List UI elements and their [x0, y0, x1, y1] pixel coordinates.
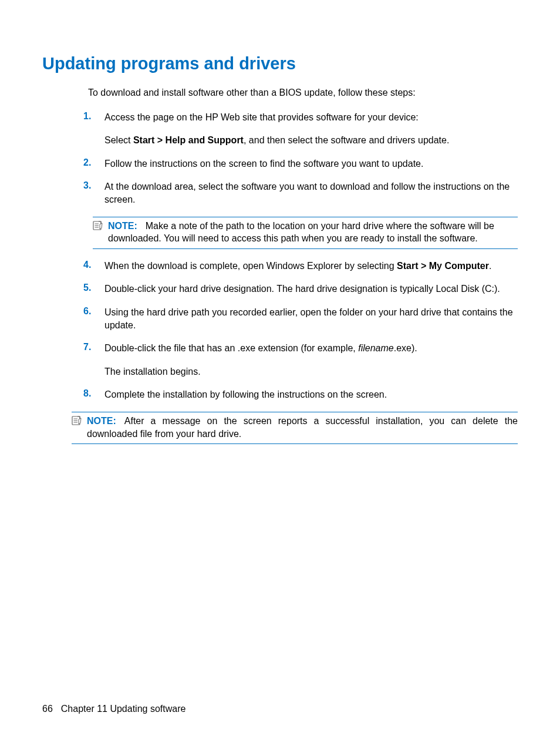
step-number: 4. — [83, 260, 104, 273]
step-6: 6. Using the hard drive path you recorde… — [83, 306, 518, 331]
note-callout: NOTE:Make a note of the path to the loca… — [93, 217, 518, 249]
page-number: 66 — [42, 704, 53, 714]
step-body: Using the hard drive path you recorded e… — [104, 306, 518, 331]
step-text: When the download is complete, open Wind… — [104, 260, 518, 273]
step-2: 2. Follow the instructions on the screen… — [83, 157, 518, 170]
steps-list: 1. Access the page on the HP Web site th… — [83, 111, 518, 206]
step-8: 8. Complete the installation by followin… — [83, 388, 518, 401]
note-text: After a message on the screen reports a … — [87, 416, 518, 439]
step-body: At the download area, select the softwar… — [104, 180, 518, 206]
step-body: Follow the instructions on the screen to… — [104, 157, 518, 170]
step-text: Double-click the file that has an .exe e… — [104, 342, 518, 355]
step-text: Using the hard drive path you recorded e… — [104, 306, 518, 331]
step-text: Complete the installation by following t… — [104, 388, 518, 401]
step-text: Access the page on the HP Web site that … — [104, 111, 518, 124]
note-text: Make a note of the path to the location … — [108, 221, 494, 244]
step-number: 2. — [83, 157, 104, 170]
note-content: NOTE:Make a note of the path to the loca… — [108, 220, 518, 245]
intro-paragraph: To download and install software other t… — [88, 86, 518, 99]
step-4: 4. When the download is complete, open W… — [83, 260, 518, 273]
step-1: 1. Access the page on the HP Web site th… — [83, 111, 518, 147]
page-title: Updating programs and drivers — [42, 54, 518, 73]
step-5: 5. Double-click your hard drive designat… — [83, 283, 518, 295]
document-page: Updating programs and drivers To downloa… — [0, 0, 560, 444]
step-body: Complete the installation by following t… — [104, 388, 518, 401]
note-label: NOTE: — [87, 416, 116, 426]
steps-list-continued: 4. When the download is complete, open W… — [83, 260, 518, 401]
page-footer: 66Chapter 11 Updating software — [42, 704, 185, 714]
step-body: Double-click the file that has an .exe e… — [104, 342, 518, 378]
note-icon — [72, 416, 85, 425]
chapter-label: Chapter 11 Updating software — [61, 704, 186, 714]
step-text: At the download area, select the softwar… — [104, 180, 518, 206]
bold-path: Start > Help and Support — [133, 135, 244, 145]
italic-filename: filename — [358, 343, 393, 353]
note-label: NOTE: — [108, 221, 137, 231]
note-content: NOTE:After a message on the screen repor… — [87, 415, 518, 440]
step-text: Double-click your hard drive designation… — [104, 283, 518, 295]
step-number: 8. — [83, 388, 104, 401]
step-7: 7. Double-click the file that has an .ex… — [83, 342, 518, 378]
note-callout: NOTE:After a message on the screen repor… — [72, 412, 518, 444]
step-body: When the download is complete, open Wind… — [104, 260, 518, 273]
step-number: 5. — [83, 283, 104, 295]
step-text: Follow the instructions on the screen to… — [104, 157, 518, 170]
step-number: 1. — [83, 111, 104, 147]
step-body: Access the page on the HP Web site that … — [104, 111, 518, 147]
step-3: 3. At the download area, select the soft… — [83, 180, 518, 206]
bold-path: Start > My Computer — [397, 261, 489, 271]
step-number: 6. — [83, 306, 104, 331]
step-number: 3. — [83, 180, 104, 206]
step-body: Double-click your hard drive designation… — [104, 283, 518, 295]
step-text: Select Start > Help and Support, and the… — [104, 134, 518, 147]
step-number: 7. — [83, 342, 104, 378]
step-text: The installation begins. — [104, 365, 518, 378]
note-icon — [93, 221, 106, 230]
